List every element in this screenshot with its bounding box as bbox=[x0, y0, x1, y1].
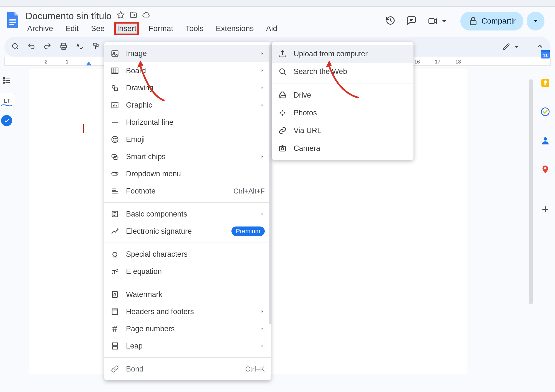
ruler-indent-marker[interactable] bbox=[86, 62, 92, 65]
lt-badge[interactable]: LT bbox=[0, 93, 15, 108]
svg-point-11 bbox=[3, 80, 4, 81]
header-right-controls: Compartir bbox=[385, 12, 550, 30]
menu-see[interactable]: See bbox=[89, 23, 107, 34]
insert-bond[interactable]: Bond Ctrl+K bbox=[104, 360, 271, 378]
svg-rect-4 bbox=[470, 21, 476, 25]
camera-icon bbox=[278, 144, 287, 152]
outline-icon[interactable] bbox=[2, 76, 11, 86]
submenu-arrow-icon bbox=[260, 67, 265, 75]
dropdown-icon bbox=[110, 170, 119, 178]
shortcut-label: Ctrl+K bbox=[245, 365, 265, 373]
menu-format[interactable]: Format bbox=[147, 23, 175, 34]
dropdown-scrollbar[interactable] bbox=[269, 44, 272, 324]
equation-icon: π² bbox=[110, 267, 119, 276]
title-and-menu: Documento sin título Archive Edit See In… bbox=[26, 9, 279, 34]
maps-icon[interactable] bbox=[539, 164, 551, 175]
search-icon[interactable] bbox=[11, 42, 19, 52]
svg-rect-30 bbox=[112, 347, 117, 349]
image-icon bbox=[110, 49, 119, 58]
edit-mode-icon[interactable] bbox=[502, 43, 521, 51]
image-upload-from-computer[interactable]: Upload from computer bbox=[272, 45, 413, 63]
insert-page-numbers[interactable]: Page numbers bbox=[104, 320, 271, 337]
docs-logo[interactable] bbox=[5, 9, 21, 30]
meet-icon[interactable] bbox=[428, 16, 449, 26]
page-break-icon bbox=[110, 342, 119, 350]
insert-dropdown-menu[interactable]: Dropdown menu bbox=[104, 165, 271, 182]
insert-headers-footers[interactable]: Headers and footers bbox=[104, 303, 271, 320]
drawing-icon bbox=[110, 84, 119, 92]
insert-electronic-signature[interactable]: Electronic signature Premium bbox=[104, 223, 271, 240]
insert-drawing[interactable]: Drawing bbox=[104, 79, 271, 96]
menu-insert[interactable]: Insert bbox=[115, 23, 138, 34]
submenu-arrow-icon bbox=[260, 49, 265, 58]
submenu-arrow-icon bbox=[260, 101, 265, 110]
keep-icon[interactable] bbox=[539, 77, 551, 89]
comments-icon[interactable] bbox=[407, 16, 417, 27]
insert-basic-components[interactable]: Basic components bbox=[104, 205, 271, 223]
share-button[interactable]: Compartir bbox=[460, 12, 523, 30]
page-scrollbar[interactable] bbox=[529, 79, 533, 304]
menu-tools[interactable]: Tools bbox=[184, 23, 205, 34]
document-title[interactable]: Documento sin título bbox=[26, 11, 112, 21]
insert-image[interactable]: Image bbox=[104, 45, 271, 62]
undo-icon[interactable] bbox=[27, 42, 36, 52]
svg-point-33 bbox=[281, 147, 284, 150]
drive-icon bbox=[278, 91, 287, 99]
menu-bar: Archive Edit See Insert Format Tools Ext… bbox=[26, 23, 279, 34]
image-via-url[interactable]: Via URL bbox=[272, 122, 413, 139]
insert-watermark[interactable]: Watermark bbox=[104, 286, 271, 303]
image-drive[interactable]: Drive bbox=[272, 86, 413, 104]
svg-rect-28 bbox=[112, 309, 118, 310]
emoji-icon bbox=[110, 135, 119, 144]
submenu-arrow-icon bbox=[260, 210, 265, 218]
image-camera[interactable]: Camera bbox=[272, 139, 413, 157]
menu-extensions[interactable]: Extensions bbox=[214, 23, 256, 34]
svg-point-19 bbox=[112, 136, 118, 143]
horizontal-line-icon bbox=[110, 118, 119, 126]
svg-rect-26 bbox=[112, 291, 117, 298]
add-addon-icon[interactable]: + bbox=[542, 202, 549, 216]
insert-equation[interactable]: π² E equation bbox=[104, 263, 271, 280]
insert-horizontal-line[interactable]: Horizontal line bbox=[104, 114, 271, 131]
insert-leap[interactable]: Leap bbox=[104, 337, 271, 355]
share-dropdown-icon[interactable] bbox=[527, 12, 544, 30]
cloud-status-icon[interactable] bbox=[142, 11, 150, 21]
insert-dropdown: Image Board Drawing Graphic Horizontal l… bbox=[104, 42, 271, 380]
insert-emoji[interactable]: Emoji bbox=[104, 131, 271, 148]
menu-separator bbox=[104, 357, 271, 358]
tasks-icon[interactable] bbox=[539, 106, 551, 118]
shortcut-label: Ctrl+Alt+F bbox=[233, 187, 265, 195]
contacts-icon[interactable] bbox=[539, 135, 551, 146]
menu-separator bbox=[104, 202, 271, 203]
svg-rect-3 bbox=[429, 19, 435, 24]
image-search-web[interactable]: Search the Web bbox=[272, 63, 413, 80]
insert-footnote[interactable]: Footnote Ctrl+Alt+F bbox=[104, 182, 271, 200]
link-icon bbox=[110, 365, 119, 373]
print-icon[interactable] bbox=[59, 42, 68, 52]
menu-archive[interactable]: Archive bbox=[26, 23, 55, 34]
redo-icon[interactable] bbox=[43, 42, 52, 52]
spellcheck-icon[interactable] bbox=[75, 42, 84, 52]
move-folder-icon[interactable] bbox=[129, 11, 138, 21]
submenu-arrow-icon bbox=[260, 307, 265, 316]
insert-special-characters[interactable]: Special characters bbox=[104, 246, 271, 263]
insert-graphic[interactable]: Graphic bbox=[104, 96, 271, 114]
image-photos[interactable]: Photos bbox=[272, 104, 413, 122]
image-submenu: Upload from computer Search the Web Driv… bbox=[272, 42, 413, 160]
insert-board[interactable]: Board bbox=[104, 62, 271, 79]
headers-icon bbox=[110, 307, 119, 316]
components-icon bbox=[110, 210, 119, 218]
calendar-icon[interactable]: 31 bbox=[539, 48, 551, 60]
star-icon[interactable] bbox=[117, 11, 125, 21]
signature-icon bbox=[110, 227, 119, 235]
check-badge[interactable] bbox=[1, 115, 12, 126]
history-icon[interactable] bbox=[385, 16, 395, 27]
footnote-icon bbox=[110, 187, 119, 195]
svg-rect-29 bbox=[112, 343, 117, 345]
menu-aid[interactable]: Aid bbox=[264, 23, 279, 34]
submenu-arrow-icon bbox=[260, 152, 265, 161]
menu-edit[interactable]: Edit bbox=[64, 23, 80, 34]
paint-format-icon[interactable] bbox=[92, 42, 100, 52]
insert-smart-chips[interactable]: Smart chips bbox=[104, 148, 271, 165]
premium-badge: Premium bbox=[231, 226, 265, 236]
